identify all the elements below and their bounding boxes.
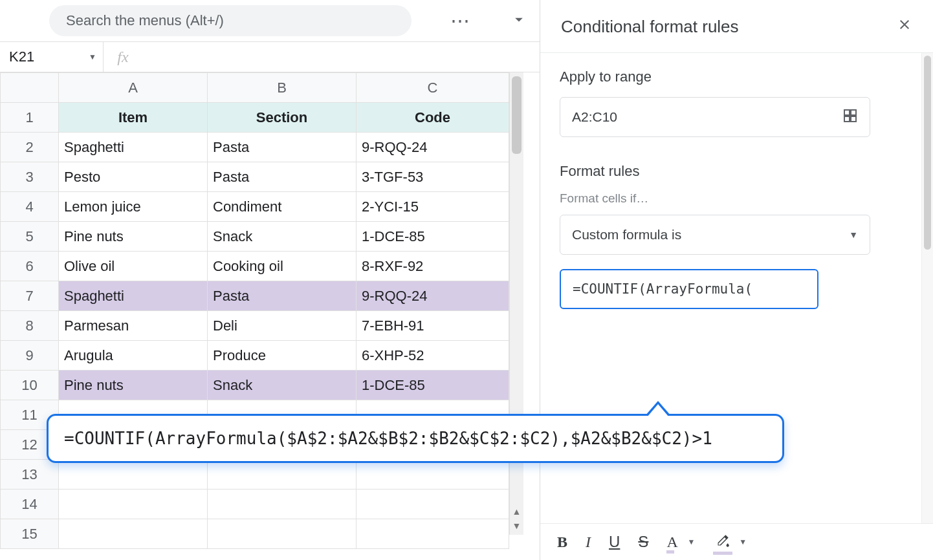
table-row: 13	[1, 460, 509, 490]
scrollbar-thumb[interactable]	[924, 56, 931, 250]
row-header[interactable]: 4	[1, 192, 59, 222]
column-header-a[interactable]: A	[59, 73, 208, 103]
row-header[interactable]: 10	[1, 371, 59, 400]
custom-formula-value: =COUNTIF(ArrayFormula(	[573, 281, 752, 297]
formula-tooltip-text: =COUNTIF(ArrayFormula($A$2:$A2&$B$2:$B2&…	[64, 429, 712, 448]
fill-color-button[interactable]	[713, 533, 732, 551]
apply-to-range-label: Apply to range	[560, 69, 914, 85]
table-row: 2SpaghettiPasta9-RQQ-24	[1, 133, 509, 162]
table-row: 9ArugulaProduce6-XHP-52	[1, 341, 509, 371]
data-cell[interactable]: Condiment	[208, 192, 357, 222]
data-cell[interactable]: 6-XHP-52	[357, 341, 509, 371]
custom-formula-input[interactable]: =COUNTIF(ArrayFormula(	[560, 269, 818, 309]
underline-button[interactable]: U	[609, 533, 620, 551]
panel-title: Conditional format rules	[561, 17, 739, 37]
empty-cell[interactable]	[59, 460, 208, 490]
table-row: 5Pine nutsSnack1-DCE-85	[1, 222, 509, 252]
empty-cell[interactable]	[208, 519, 357, 549]
scroll-up-icon[interactable]: ▲	[510, 506, 523, 517]
panel-scrollbar[interactable]	[921, 53, 933, 523]
data-cell[interactable]: Olive oil	[59, 252, 208, 281]
range-input[interactable]: A2:C10	[560, 97, 870, 137]
data-cell[interactable]: 9-RQQ-24	[357, 133, 509, 162]
data-cell[interactable]: Snack	[208, 371, 357, 400]
condition-select[interactable]: Custom formula is ▼	[560, 215, 870, 255]
row-header[interactable]: 14	[1, 490, 59, 519]
data-cell[interactable]: 7-EBH-91	[357, 311, 509, 341]
data-cell[interactable]: Pesto	[59, 162, 208, 192]
data-cell[interactable]: 1-DCE-85	[357, 371, 509, 400]
vertical-scrollbar[interactable]: ▲ ▼	[509, 72, 523, 535]
data-cell[interactable]: Lemon juice	[59, 192, 208, 222]
row-header[interactable]: 13	[1, 460, 59, 490]
data-cell[interactable]: Snack	[208, 222, 357, 252]
data-cell[interactable]: Spaghetti	[59, 133, 208, 162]
data-cell[interactable]: Parmesan	[59, 311, 208, 341]
data-cell[interactable]: Produce	[208, 341, 357, 371]
menu-search[interactable]: Search the menus (Alt+/)	[49, 5, 412, 36]
empty-cell[interactable]	[208, 490, 357, 519]
italic-button[interactable]: I	[586, 533, 591, 551]
data-cell[interactable]: Spaghetti	[59, 281, 208, 311]
row-header[interactable]: 6	[1, 252, 59, 281]
format-cells-if-label: Format cells if…	[560, 191, 914, 206]
table-row: 7SpaghettiPasta9-RQQ-24	[1, 281, 509, 311]
row-header[interactable]: 3	[1, 162, 59, 192]
data-cell[interactable]: Pine nuts	[59, 222, 208, 252]
text-color-button[interactable]: A	[666, 533, 681, 551]
scroll-down-icon[interactable]: ▼	[510, 521, 523, 531]
condition-value: Custom formula is	[572, 227, 681, 242]
strikethrough-button[interactable]: S	[638, 533, 648, 551]
data-cell[interactable]: Cooking oil	[208, 252, 357, 281]
row-header[interactable]: 9	[1, 341, 59, 371]
row-header[interactable]: 8	[1, 311, 59, 341]
row-header[interactable]: 15	[1, 519, 59, 549]
select-range-icon[interactable]	[842, 108, 858, 127]
table-row: 8ParmesanDeli7-EBH-91	[1, 311, 509, 341]
header-cell[interactable]: Code	[357, 103, 509, 133]
data-cell[interactable]: 2-YCI-15	[357, 192, 509, 222]
data-cell[interactable]: Deli	[208, 311, 357, 341]
data-cell[interactable]: 3-TGF-53	[357, 162, 509, 192]
table-row: 15	[1, 519, 509, 549]
column-header-c[interactable]: C	[357, 73, 509, 103]
header-cell[interactable]: Item	[59, 103, 208, 133]
name-box[interactable]: K21 ▼	[0, 42, 104, 72]
table-row: 1ItemSectionCode	[1, 103, 509, 133]
empty-cell[interactable]	[59, 519, 208, 549]
row-header[interactable]: 5	[1, 222, 59, 252]
range-value: A2:C10	[572, 109, 617, 125]
data-cell[interactable]: Pasta	[208, 133, 357, 162]
dropdown-icon[interactable]: ▼	[739, 537, 747, 546]
data-cell[interactable]: 9-RQQ-24	[357, 281, 509, 311]
data-cell[interactable]: Arugula	[59, 341, 208, 371]
format-style-toolbar: B I U S A ▼ ▼	[540, 523, 933, 560]
column-header-b[interactable]: B	[208, 73, 357, 103]
empty-cell[interactable]	[357, 490, 509, 519]
data-cell[interactable]: Pasta	[208, 281, 357, 311]
data-cell[interactable]: Pasta	[208, 162, 357, 192]
fx-icon: fx	[104, 48, 142, 66]
data-cell[interactable]: 8-RXF-92	[357, 252, 509, 281]
chevron-down-icon[interactable]	[510, 10, 528, 31]
row-header[interactable]: 7	[1, 281, 59, 311]
name-box-value: K21	[9, 48, 34, 65]
empty-cell[interactable]	[357, 460, 509, 490]
data-cell[interactable]: Pine nuts	[59, 371, 208, 400]
bold-button[interactable]: B	[557, 533, 567, 551]
dropdown-icon: ▼	[89, 52, 96, 61]
header-cell[interactable]: Section	[208, 103, 357, 133]
empty-cell[interactable]	[357, 519, 509, 549]
close-icon[interactable]	[897, 17, 912, 37]
data-cell[interactable]: 1-DCE-85	[357, 222, 509, 252]
empty-cell[interactable]	[59, 490, 208, 519]
dropdown-icon: ▼	[849, 230, 858, 240]
select-all-corner[interactable]	[1, 73, 59, 103]
dropdown-icon[interactable]: ▼	[687, 537, 695, 546]
empty-cell[interactable]	[208, 460, 357, 490]
spreadsheet-grid[interactable]: A B C 1ItemSectionCode2SpaghettiPasta9-R…	[0, 72, 509, 549]
row-header[interactable]: 1	[1, 103, 59, 133]
table-row: 14	[1, 490, 509, 519]
scrollbar-thumb[interactable]	[512, 76, 521, 154]
row-header[interactable]: 2	[1, 133, 59, 162]
